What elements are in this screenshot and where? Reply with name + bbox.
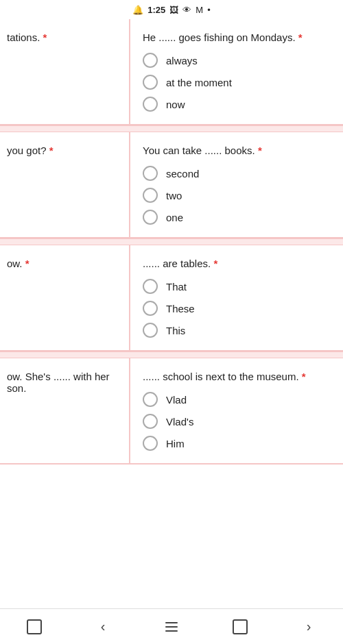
option-label-3-1: That bbox=[166, 281, 187, 293]
radio-2-2[interactable] bbox=[143, 188, 158, 203]
radio-3-1[interactable] bbox=[143, 279, 158, 294]
signal-dot: • bbox=[207, 5, 211, 15]
option-4-3[interactable]: Him bbox=[143, 436, 335, 451]
alarm-icon: 🔔 bbox=[132, 5, 143, 15]
question-left-4: ow. She's ...... with her son. bbox=[0, 358, 130, 463]
question-left-3: ow. * bbox=[0, 245, 130, 350]
question-text-3: ...... are tables. * bbox=[143, 258, 335, 269]
option-3-3[interactable]: This bbox=[143, 323, 335, 338]
radio-4-2[interactable] bbox=[143, 414, 158, 429]
home-lines-icon bbox=[165, 622, 178, 632]
option-label-3-2: These bbox=[166, 303, 195, 314]
question-left-2: you got? * bbox=[0, 132, 130, 237]
radio-4-3[interactable] bbox=[143, 436, 158, 451]
question-right-1: He ...... goes fishing on Mondays. * alw… bbox=[130, 19, 343, 124]
radio-2-3[interactable] bbox=[143, 210, 158, 225]
question-text-2: You can take ...... books. * bbox=[143, 145, 335, 156]
option-label-1-1: always bbox=[166, 55, 198, 66]
question-right-4: ...... school is next to the museum. * V… bbox=[130, 358, 343, 463]
divider-3 bbox=[0, 351, 343, 358]
option-label-2-2: two bbox=[166, 190, 182, 201]
question-block-4: ow. She's ...... with her son. ...... sc… bbox=[0, 358, 343, 465]
left-text-1: tations. * bbox=[7, 32, 47, 43]
option-3-1[interactable]: That bbox=[143, 279, 335, 294]
main-content: tations. * He ...... goes fishing on Mon… bbox=[0, 19, 343, 465]
status-bar: 🔔 1:25 🖼 👁 M • bbox=[0, 0, 343, 19]
nav-square-left[interactable] bbox=[21, 613, 48, 641]
options-list-4: Vlad Vlad's Him bbox=[143, 392, 335, 451]
option-2-2[interactable]: two bbox=[143, 188, 335, 203]
options-list-3: That These This bbox=[143, 279, 335, 338]
option-3-2[interactable]: These bbox=[143, 301, 335, 316]
time-display: 1:25 bbox=[147, 5, 165, 15]
chevron-right-icon: › bbox=[307, 619, 311, 634]
screenshot-icon: 🖼 bbox=[169, 5, 178, 15]
radio-1-1[interactable] bbox=[143, 53, 158, 68]
divider-2 bbox=[0, 238, 343, 245]
option-2-3[interactable]: one bbox=[143, 210, 335, 225]
radio-3-2[interactable] bbox=[143, 301, 158, 316]
mail-icon: M bbox=[196, 5, 203, 15]
option-2-1[interactable]: second bbox=[143, 166, 335, 181]
option-1-2[interactable]: at the moment bbox=[143, 75, 335, 90]
question-left-1: tations. * bbox=[0, 19, 130, 124]
question-block-3: ow. * ...... are tables. * That These Th… bbox=[0, 245, 343, 351]
option-label-3-3: This bbox=[166, 325, 185, 336]
left-text-4: ow. She's ...... with her son. bbox=[7, 371, 123, 394]
nav-square-right[interactable] bbox=[226, 613, 254, 641]
option-label-1-3: now bbox=[166, 99, 185, 110]
option-label-4-2: Vlad's bbox=[166, 416, 193, 428]
options-list-1: always at the moment now bbox=[143, 53, 335, 112]
nav-home[interactable] bbox=[158, 613, 185, 641]
question-text-4: ...... school is next to the museum. * bbox=[143, 371, 335, 382]
eye-icon: 👁 bbox=[182, 5, 191, 15]
question-block-1: tations. * He ...... goes fishing on Mon… bbox=[0, 19, 343, 125]
option-label-4-3: Him bbox=[166, 438, 185, 449]
question-block-2: you got? * You can take ...... books. * … bbox=[0, 132, 343, 238]
radio-1-2[interactable] bbox=[143, 75, 158, 90]
nav-forward[interactable]: › bbox=[295, 613, 322, 641]
left-text-3: ow. * bbox=[7, 258, 29, 269]
option-label-4-1: Vlad bbox=[166, 394, 187, 406]
options-list-2: second two one bbox=[143, 166, 335, 225]
chevron-left-icon: ‹ bbox=[101, 619, 106, 634]
nav-bar: ‹ › bbox=[0, 608, 343, 644]
radio-4-1[interactable] bbox=[143, 392, 158, 407]
divider-1 bbox=[0, 125, 343, 132]
radio-3-3[interactable] bbox=[143, 323, 158, 338]
radio-2-1[interactable] bbox=[143, 166, 158, 181]
question-right-3: ...... are tables. * That These This bbox=[130, 245, 343, 350]
option-4-2[interactable]: Vlad's bbox=[143, 414, 335, 429]
nav-back[interactable]: ‹ bbox=[89, 613, 117, 641]
question-right-2: You can take ...... books. * second two … bbox=[130, 132, 343, 237]
option-4-1[interactable]: Vlad bbox=[143, 392, 335, 407]
left-text-2: you got? * bbox=[7, 145, 54, 156]
radio-1-3[interactable] bbox=[143, 97, 158, 112]
square-icon-right bbox=[233, 619, 248, 634]
option-label-2-1: second bbox=[166, 168, 199, 179]
square-icon-left bbox=[27, 619, 42, 634]
option-label-2-3: one bbox=[166, 212, 183, 223]
option-1-3[interactable]: now bbox=[143, 97, 335, 112]
option-1-1[interactable]: always bbox=[143, 53, 335, 68]
question-text-1: He ...... goes fishing on Mondays. * bbox=[143, 32, 335, 43]
option-label-1-2: at the moment bbox=[166, 77, 232, 88]
